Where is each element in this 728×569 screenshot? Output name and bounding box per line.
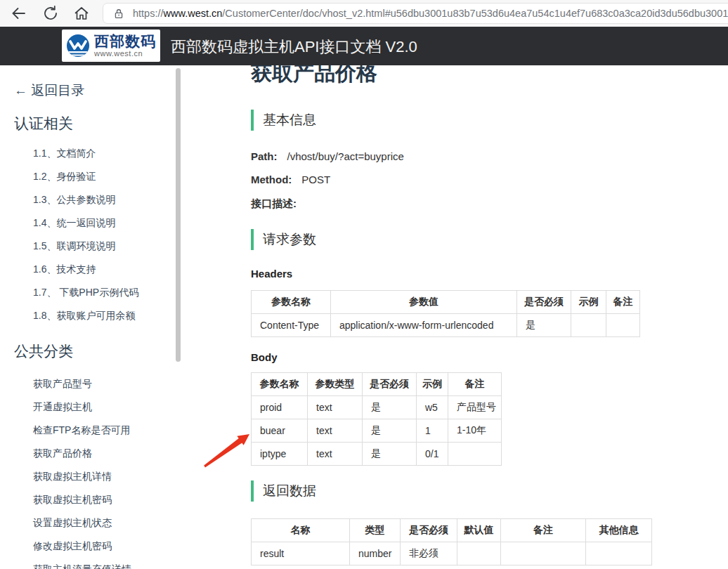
table-cell: buear [252,419,308,443]
url-domain: www.west.cn [164,8,223,19]
table-row: bueartext是11-10年 [252,419,502,443]
section-basic-info: 基本信息 [251,110,687,131]
table-cell: result [252,542,350,565]
sidebar-item[interactable]: 设置虚拟主机状态 [33,511,176,535]
section-request-params: 请求参数 [251,229,687,250]
column-header: 名称 [252,519,350,542]
table-cell: iptype [252,443,308,466]
column-header: 备注 [448,373,502,396]
body-label: Body [251,351,687,363]
path-label: Path: [251,150,278,162]
url-bar[interactable]: https://www.west.cn/CustomerCenter/doc/v… [103,3,728,24]
table-row: iptypetext是0/1 [252,443,502,466]
sidebar-item[interactable]: 获取产品型号 [33,372,176,395]
home-icon[interactable] [73,5,90,22]
table-cell [457,542,501,565]
sidebar-item[interactable]: 1.7、 下载PHP示例代码 [33,281,176,304]
sidebar-scrollbar-thumb[interactable] [176,68,181,362]
table-cell: proid [252,396,308,419]
column-header: 默认值 [457,519,501,542]
sidebar-item[interactable]: 1.5、联调环境说明 [33,235,176,258]
west-logo[interactable]: 西部数码 www.west.cn [62,30,160,62]
table-cell [501,542,586,565]
body-table: 参数名称参数类型是否必须示例备注proidtext是w5产品型号bueartex… [251,372,502,466]
sidebar-item[interactable]: 1.2、身份验证 [33,165,176,188]
table-cell: text [308,419,363,443]
sidebar-item[interactable]: 1.1、文档简介 [33,142,176,165]
response-table: 名称类型是否必须默认值备注其他信息resultnumber非必须 [251,518,652,565]
path-row: Path:/vhost/buy/?act=buyprice [251,150,687,164]
column-header: 其他信息 [586,519,652,542]
column-header: 是否必须 [363,373,417,396]
url-text: https://www.west.cn/CustomerCenter/doc/v… [133,8,728,19]
sidebar-item[interactable]: 修改虚拟主机密码 [33,535,176,558]
red-annotation-arrow [199,426,255,473]
column-header: 参数名称 [252,373,308,396]
table-cell: 是 [363,443,417,466]
table-cell: w5 [417,396,448,419]
column-header: 类型 [350,519,401,542]
column-header: 参数类型 [308,373,363,396]
sidebar-back-link[interactable]: ← 返回目录 [14,81,176,100]
sidebar-item[interactable]: 1.3、公共参数说明 [33,188,176,211]
table-row: proidtext是w5产品型号 [252,396,502,419]
table-cell [571,314,606,337]
logo-brand-text: 西部数码 [94,34,156,48]
sidebar-common-items: 获取产品型号开通虚拟主机检查FTP名称是否可用获取产品价格获取虚拟主机详情获取虚… [0,372,176,569]
sidebar-item[interactable]: 开通虚拟主机 [33,395,176,419]
sidebar-item[interactable]: 1.8、获取账户可用余额 [33,304,176,327]
headers-table: 参数名称参数值是否必须示例备注Content-Typeapplication/x… [251,290,640,337]
back-icon[interactable] [10,5,27,22]
sidebar-item[interactable]: 1.6、技术支持 [33,258,176,281]
column-header: 参数值 [331,291,517,314]
browser-toolbar: https://www.west.cn/CustomerCenter/doc/v… [0,0,728,27]
main-content: 获取产品价格 基本信息 Path:/vhost/buy/?act=buypric… [251,65,687,565]
sidebar-item[interactable]: 获取虚拟主机密码 [33,488,176,511]
url-scheme: https:// [133,8,164,19]
column-header: 是否必须 [401,519,457,542]
app-title: 西部数码虚拟主机API接口文档 V2.0 [171,37,417,58]
table-cell: 1 [417,419,448,443]
table-cell: 是 [363,419,417,443]
url-path: /CustomerCenter/doc/vhost_v2.html#u56dbu… [222,8,728,19]
column-header: 参数名称 [252,291,331,314]
lock-icon [112,7,126,21]
table-cell: text [308,396,363,419]
table-header-row: 参数名称参数类型是否必须示例备注 [252,373,502,396]
table-cell [606,314,640,337]
table-cell [448,443,502,466]
section-response-data: 返回数据 [251,480,687,502]
logo-domain-text: www.west.cn [94,50,156,58]
table-cell: 0/1 [417,443,448,466]
table-cell: number [350,542,401,565]
sidebar-auth-items: 1.1、文档简介1.2、身份验证1.3、公共参数说明1.4、统一返回说明1.5、… [0,142,176,327]
sidebar-item[interactable]: 获取主机流量充值详情 [33,558,176,569]
table-header-row: 参数名称参数值是否必须示例备注 [252,291,640,314]
sidebar-item[interactable]: 检查FTP名称是否可用 [33,419,176,442]
column-header: 示例 [417,373,448,396]
refresh-icon[interactable] [42,5,59,22]
table-cell: text [308,443,363,466]
sidebar-section-common[interactable]: 公共分类 [14,341,176,361]
app-header: 西部数码 www.west.cn 西部数码虚拟主机API接口文档 V2.0 [0,27,728,65]
headers-label: Headers [251,268,687,280]
sidebar: ← 返回目录 认证相关 1.1、文档简介1.2、身份验证1.3、公共参数说明1.… [0,65,176,569]
table-row: resultnumber非必须 [252,542,652,565]
description-label: 接口描述: [251,197,297,209]
sidebar-item[interactable]: 获取虚拟主机详情 [33,465,176,488]
table-cell: application/x-www-form-urlencoded [331,314,517,337]
table-cell: 是 [517,314,571,337]
column-header: 是否必须 [517,291,571,314]
column-header: 备注 [606,291,640,314]
column-header: 备注 [501,519,586,542]
sidebar-item[interactable]: 获取产品价格 [33,442,176,465]
table-cell: 非必须 [401,542,457,565]
table-cell: 产品型号 [448,396,502,419]
path-value: /vhost/buy/?act=buyprice [287,150,404,162]
table-cell [586,542,652,565]
sidebar-section-auth[interactable]: 认证相关 [14,114,176,133]
table-cell: 1-10年 [448,419,502,443]
west-logo-icon [65,33,91,58]
table-header-row: 名称类型是否必须默认值备注其他信息 [252,519,652,542]
sidebar-item[interactable]: 1.4、统一返回说明 [33,211,176,235]
